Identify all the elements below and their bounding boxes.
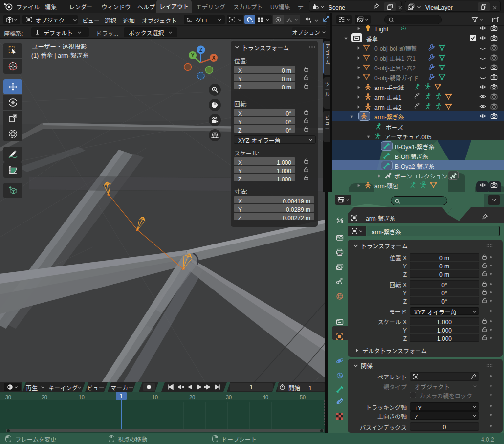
svg-text:Z: Z xyxy=(199,46,202,53)
svg-text:Y: Y xyxy=(191,51,195,59)
svg-text:X: X xyxy=(212,54,216,61)
